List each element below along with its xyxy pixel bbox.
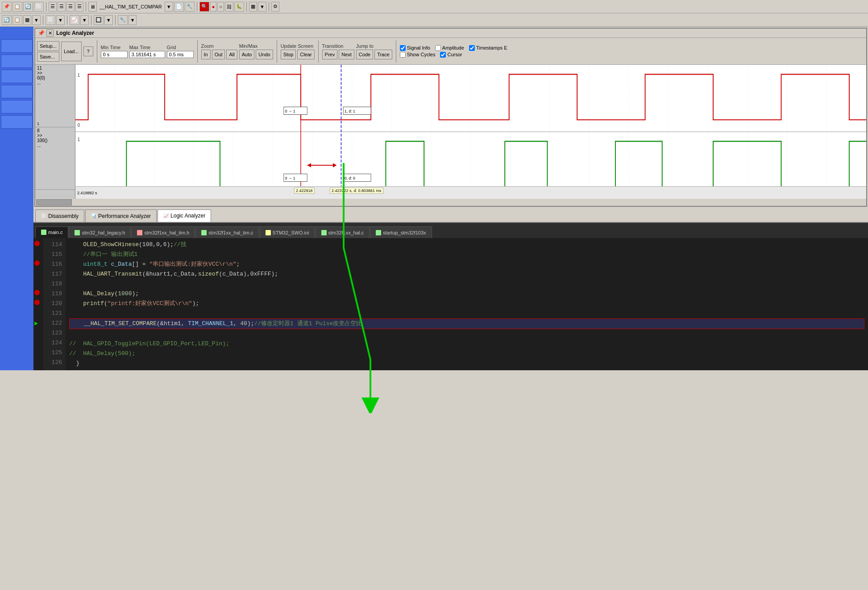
show-cycles-checkbox[interactable]: Show Cycles [400, 52, 436, 58]
file-icon-startup [376, 230, 381, 235]
setup-button[interactable]: Setup... [37, 41, 59, 51]
bp-116 [33, 259, 43, 269]
left-panel-item-3 [1, 70, 33, 83]
zoom-in-button[interactable]: In [201, 50, 211, 59]
file-tab-swo-label: STM32_SWO.ini [273, 230, 309, 235]
tb-btn-search[interactable]: 🔍 [199, 2, 209, 12]
tb-btn-rec[interactable]: ● [210, 2, 217, 12]
tb2-dropdown2[interactable]: ▼ [80, 15, 89, 25]
cursor-delta: d: 0.803861 ms [354, 188, 382, 193]
tb2-dropdown3[interactable]: ▼ [104, 15, 113, 25]
code-lines[interactable]: OLED_ShowCHinese(108,0,6);//技 //串口一 输出测试… [66, 238, 868, 370]
load-button[interactable]: Load... [61, 42, 82, 61]
zoom-all-button[interactable]: All [226, 50, 237, 59]
tb-btn-file[interactable]: 📄 [174, 2, 184, 12]
tb2-btn-2[interactable]: 📋 [12, 15, 22, 25]
tb2-btn-7[interactable]: 🔲 [94, 15, 104, 25]
save-button[interactable]: Save... [37, 52, 59, 62]
file-tab-swo[interactable]: STM32_SWO.ini [260, 226, 315, 238]
tab-logic-analyzer[interactable]: 📈 Logic Analyzer [158, 209, 211, 222]
tb-btn-3[interactable]: 🔄 [23, 2, 33, 12]
code-button[interactable]: Code [356, 50, 373, 59]
file-tab-hal-c[interactable]: stm32f1xx_hal.c [316, 226, 370, 238]
svg-text:0: 0 [78, 123, 80, 128]
tb2-btn-1[interactable]: 🔄 [2, 15, 12, 25]
signal-canvas[interactable]: 1 0 1 0 [75, 65, 866, 199]
tab-disassembly[interactable]: ⬜ Disassembly [35, 209, 84, 222]
bp-120 [33, 299, 43, 309]
file-tab-tim-c[interactable]: stm32f1xx_hal_tim.c [195, 226, 259, 238]
horizontal-scrollbar[interactable] [35, 199, 866, 206]
tb-btn-grid[interactable]: ▦ [249, 2, 257, 12]
tb-btn-chain[interactable]: ⛓ [225, 2, 233, 12]
tb2-btn-5[interactable]: ▼ [56, 15, 65, 25]
tb-dropdown[interactable]: ▼ [165, 2, 173, 12]
logic-analyzer-panel: 📌 ✕ Logic Analyzer Setup... Save... Load… [34, 28, 867, 207]
trace-button[interactable]: Trace [374, 50, 392, 59]
undo-button[interactable]: Undo [256, 50, 273, 59]
close-button[interactable]: ✕ [46, 29, 54, 37]
help-button[interactable]: ? [83, 46, 93, 56]
tb2-dropdown1[interactable]: ▼ [32, 15, 41, 25]
prev-button[interactable]: Prev [322, 50, 338, 59]
cursor-input[interactable] [440, 52, 446, 58]
clear-button[interactable]: Clear [297, 50, 314, 59]
zoom-out-button[interactable]: Out [212, 50, 225, 59]
tb-btn-2[interactable]: 📋 [12, 2, 22, 12]
tb-btn-8[interactable]: ☰ [75, 2, 83, 12]
timestamps-checkbox[interactable]: Timestamps E [469, 45, 507, 51]
line-numbers: 114 115 116 117 118 119 120 121 122 123 … [43, 238, 66, 370]
file-tab-tim-h[interactable]: stm32f1xx_hal_tim.h [131, 226, 195, 238]
amplitude-input[interactable] [435, 45, 441, 51]
amplitude-label: Amplitude [442, 45, 464, 50]
minmax-group: Min/Max Auto Undo [239, 43, 273, 59]
pin-icon[interactable]: 📌 [38, 30, 45, 36]
code-line-117: HAL_UART_Transmit(&huart1,c_Data,sizeof(… [69, 269, 864, 279]
ln-125: 125 [43, 348, 62, 358]
tb2-btn-6[interactable]: 📈 [70, 15, 79, 25]
next-button[interactable]: Next [339, 50, 354, 59]
signal-info-checkbox[interactable]: Signal Info [400, 45, 430, 51]
tb2-btn-3[interactable]: ▦ [23, 15, 31, 25]
file-icon-tim-h [137, 230, 142, 235]
tb-btn-circle[interactable]: ○ [217, 2, 224, 12]
bp-115 [33, 250, 43, 259]
tb-btn-wrench[interactable]: 🔧 [185, 2, 195, 12]
tb-btn-7[interactable]: ☰ [66, 2, 75, 12]
sig1-sub2: 0(0) [37, 75, 73, 80]
cursor2-time: 2.423722 s, [332, 188, 353, 193]
scrollbar-thumb[interactable] [36, 199, 72, 205]
tb2-btn-4[interactable]: ⬜ [46, 15, 55, 25]
ln-123: 123 [43, 328, 62, 338]
toolbar-row1: 📌 📋 🔄 ⬜ ☰ ☰ ☰ ☰ 🖥 __HAL_TIM_SET_COMPAR ▼… [0, 0, 868, 13]
left-panel-item-5 [1, 100, 33, 113]
stop-button[interactable]: Stop [281, 50, 296, 59]
tb-btn-1[interactable]: 📌 [2, 2, 12, 12]
tb-btn-6[interactable]: ☰ [58, 2, 66, 12]
tb-btn-monitor[interactable]: 🖥 [88, 2, 97, 12]
auto-button[interactable]: Auto [239, 50, 255, 59]
panel-titlebar: 📌 ✕ Logic Analyzer [35, 29, 866, 38]
timestamps-input[interactable] [469, 45, 475, 51]
tb-btn-gear[interactable]: ⚙ [271, 2, 279, 12]
file-tab-legacy-label: stm32_hal_legacy.h [82, 230, 125, 235]
tb-btn-bug[interactable]: 🐛 [234, 2, 244, 12]
cursor-checkbox[interactable]: Cursor [440, 52, 462, 58]
tb2-dropdown4[interactable]: ▼ [129, 15, 137, 25]
tb2-btn-8[interactable]: 🔧 [118, 15, 128, 25]
file-tab-main-label: main.c [48, 230, 62, 235]
minmax-label: Min/Max [239, 43, 273, 49]
show-cycles-input[interactable] [400, 52, 406, 58]
file-tab-main[interactable]: main.c [35, 226, 68, 238]
file-tab-legacy[interactable]: stm32_hal_legacy.h [69, 226, 131, 238]
tb-btn-dropdown2[interactable]: ▼ [258, 2, 266, 12]
tb-btn-4[interactable]: ⬜ [34, 2, 44, 12]
amplitude-checkbox[interactable]: Amplitude [435, 45, 464, 51]
tab-performance[interactable]: 📊 Performance Analyzer [85, 209, 157, 222]
file-tab-startup[interactable]: startup_stm32f103x [370, 226, 432, 238]
sig1-num: 11 [37, 66, 73, 71]
code-line-118 [69, 279, 864, 289]
signal-info-input[interactable] [400, 45, 406, 51]
sig1-sub: >> [37, 71, 73, 75]
tb-btn-5[interactable]: ☰ [49, 2, 57, 12]
